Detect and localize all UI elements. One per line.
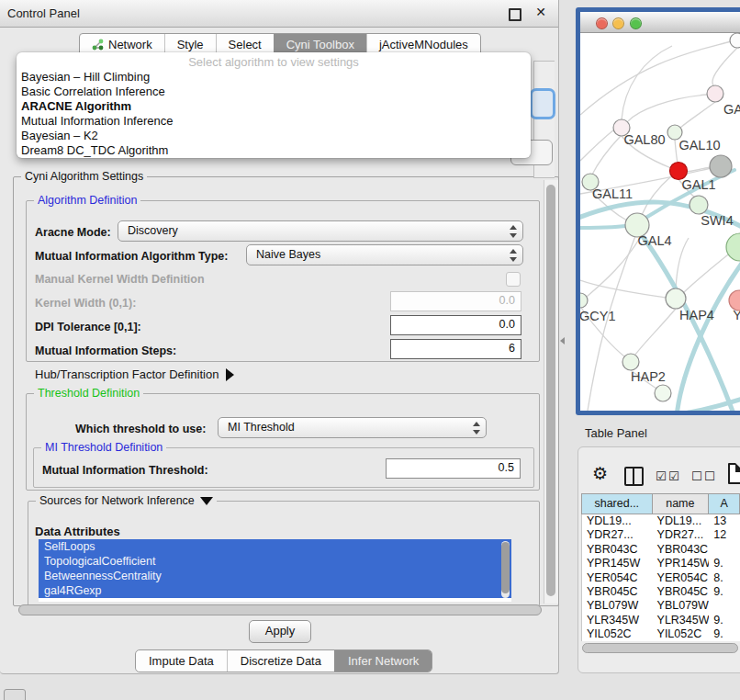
close-window-icon[interactable]: ✕	[535, 5, 546, 19]
attribute-item[interactable]: gal4RGexp	[39, 583, 511, 598]
collapse-down-icon[interactable]	[200, 497, 213, 505]
node-top-partial[interactable]	[730, 33, 740, 48]
network-node-labels: GAL GAL80 GAL10 GAL1 GAL11 SWI4 GAL4 GCY…	[580, 102, 740, 384]
attributes-scrollbar-thumb[interactable]	[501, 542, 510, 593]
table-row[interactable]: YBR045CYBR045C9.	[582, 585, 740, 599]
obscured-focused-combobox[interactable]	[530, 88, 555, 119]
manual-kernel-checkbox[interactable]	[506, 272, 521, 287]
expand-right-icon[interactable]	[226, 368, 234, 381]
mi-type-combobox[interactable]: Naive Bayes	[246, 244, 523, 265]
kernel-width-field[interactable]: 0.0	[390, 291, 521, 311]
mi-steps-field[interactable]: 6	[390, 339, 521, 359]
cell: YBL079W	[653, 599, 710, 613]
node-big-green[interactable]	[726, 233, 740, 261]
gear-icon[interactable]: ⚙	[592, 463, 608, 483]
cell: 9.	[709, 557, 740, 570]
algorithm-option[interactable]: Basic Correlation Inference	[17, 85, 531, 99]
which-threshold-combobox[interactable]: MI Threshold	[218, 417, 487, 438]
table-row[interactable]: YLR345WYLR345W9.	[582, 614, 740, 627]
table-header-row: shared... name A	[581, 493, 740, 514]
minimize-traffic-light-icon[interactable]	[612, 17, 624, 29]
node-bottom[interactable]	[655, 385, 671, 401]
control-panel-titlebar[interactable]: Control Panel ✕	[0, 0, 558, 28]
cell: 8.	[709, 571, 740, 585]
panel-resize-grip[interactable]	[560, 337, 565, 344]
combo-stepper-icon	[509, 249, 517, 262]
hub-definition-expander[interactable]: Hub/Transcription Factor Definition	[35, 367, 234, 381]
close-traffic-light-icon[interactable]	[596, 17, 608, 29]
column-header-shared-name[interactable]: shared...	[582, 494, 653, 514]
algorithm-option[interactable]: Dream8 DC_TDC Algorithm	[17, 143, 531, 158]
apply-button[interactable]: Apply	[249, 620, 311, 643]
table-row[interactable]: YDR27...YDR27...12	[582, 528, 740, 542]
columns-icon[interactable]	[624, 467, 644, 486]
node-hap4[interactable]	[666, 288, 686, 309]
table-row[interactable]: YER054CYER054C8.	[582, 571, 740, 585]
cyni-algorithm-settings-title: Cyni Algorithm Settings	[21, 170, 147, 183]
table-row[interactable]: YPR145WYPR145W9.	[582, 557, 740, 570]
attribute-item[interactable]: BetweennessCentrality	[39, 569, 511, 583]
network-icon	[92, 39, 104, 51]
algorithm-option[interactable]: Mutual Information Inference	[17, 114, 531, 129]
table-horizontal-scrollbar[interactable]	[582, 643, 738, 653]
attribute-item[interactable]: SelfLoops	[39, 539, 511, 554]
column-header-name[interactable]: name	[653, 494, 710, 514]
dpi-tolerance-field[interactable]: 0.0	[390, 315, 521, 335]
settings-vscroll-thumb[interactable]	[546, 185, 555, 596]
mi-threshold-field[interactable]: 0.5	[386, 458, 521, 479]
cell: YLR345W	[582, 614, 653, 627]
tab-select-label: Select	[229, 38, 262, 51]
node-hap2[interactable]	[622, 354, 639, 370]
manual-kernel-label: Manual Kernel Width Definition	[35, 273, 205, 286]
table-row[interactable]: YBL079WYBL079W	[582, 599, 740, 613]
algorithm-dropdown-placeholder: Select algorithm to view settings	[17, 54, 531, 70]
hub-definition-label: Hub/Transcription Factor Definition	[35, 367, 219, 381]
dock-panel-icon[interactable]	[4, 689, 26, 700]
node-gcy1[interactable]	[580, 293, 588, 308]
tab-discretize-data[interactable]: Discretize Data	[227, 650, 334, 672]
node-label: HAP4	[679, 308, 714, 322]
cell	[709, 543, 740, 557]
tab-impute-data-label: Impute Data	[149, 654, 214, 668]
aracne-mode-combobox[interactable]: Discovery	[118, 220, 523, 242]
data-attributes-label: Data Attributes	[35, 525, 120, 538]
float-window-icon[interactable]	[509, 8, 521, 21]
network-canvas[interactable]: GAL GAL80 GAL10 GAL1 GAL11 SWI4 GAL4 GCY…	[580, 32, 740, 411]
table-row[interactable]: YIL052CYIL052C9.	[582, 627, 740, 641]
table-body[interactable]: YDL19...YDL19...13 YDR27...YDR27...12 YB…	[581, 514, 740, 641]
tab-impute-data[interactable]: Impute Data	[136, 650, 227, 672]
combo-stepper-icon	[509, 225, 517, 238]
algorithm-option[interactable]: Bayesian – K2	[17, 129, 531, 143]
node-label: HAP2	[631, 369, 666, 384]
settings-hscroll-thumb[interactable]	[18, 604, 542, 615]
cell: YBR043C	[653, 543, 710, 557]
node-table: shared... name A YDL19...YDL19...13 YDR2…	[581, 493, 740, 641]
network-window-titlebar[interactable]	[580, 12, 740, 33]
node-label: Y	[733, 308, 740, 322]
attribute-item[interactable]: TopologicalCoefficient	[39, 554, 511, 569]
cell: YBR045C	[653, 585, 710, 599]
table-row[interactable]: YDL19...YDL19...13	[582, 514, 740, 528]
cell: YIL052C	[653, 627, 710, 641]
sources-group-title: Sources for Network Inference	[36, 494, 217, 507]
zoom-traffic-light-icon[interactable]	[630, 17, 642, 29]
document-icon[interactable]	[728, 463, 740, 484]
select-all-checkboxes-icon[interactable]: ☑☑	[656, 469, 681, 483]
settings-vertical-scrollbar[interactable]	[544, 180, 558, 604]
cell: YER054C	[582, 571, 653, 585]
deselect-all-checkboxes-icon[interactable]: ☐☐	[691, 469, 717, 483]
node-gray[interactable]	[710, 155, 732, 177]
column-header-cut[interactable]: A	[709, 494, 740, 514]
tab-style-label: Style	[177, 38, 204, 51]
algorithm-option-selected[interactable]: ARACNE Algorithm	[17, 99, 531, 114]
settings-horizontal-scrollbar[interactable]	[18, 604, 542, 615]
node-gal-cut[interactable]	[707, 85, 723, 102]
algorithm-option[interactable]: Bayesian – Hill Climbing	[17, 70, 531, 85]
tab-infer-network[interactable]: Infer Network	[334, 650, 432, 672]
attributes-scrollbar[interactable]	[501, 541, 510, 598]
network-view-window[interactable]: GAL GAL80 GAL10 GAL1 GAL11 SWI4 GAL4 GCY…	[576, 7, 740, 415]
node-swi4[interactable]	[690, 196, 708, 214]
table-row[interactable]: YBR043CYBR043C	[582, 543, 740, 557]
node-label: GAL	[723, 102, 740, 117]
cell: YIL052C	[582, 627, 653, 641]
